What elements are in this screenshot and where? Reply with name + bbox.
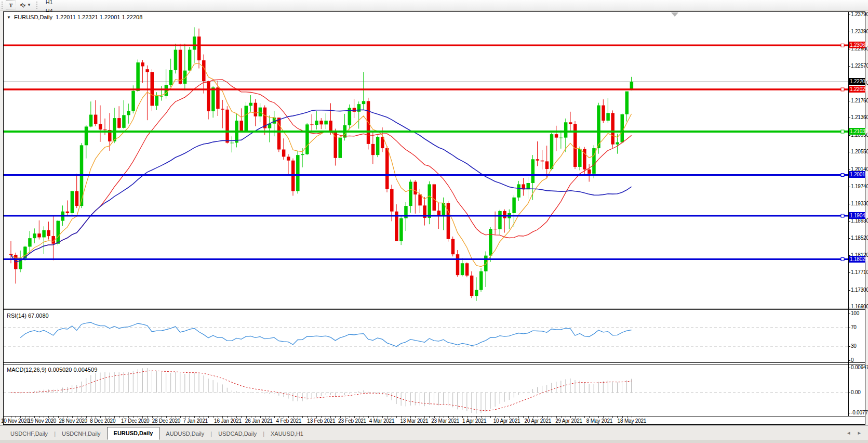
bar-tick: [429, 416, 430, 418]
price-tick-label: 1.17710: [851, 269, 868, 275]
tab-scroll-arrows[interactable]: ◂ ▸: [847, 429, 864, 440]
tab-xauusd[interactable]: XAUUSD,H1: [264, 428, 310, 440]
symbol-timeframe-label: EURUSD,Daily: [14, 14, 52, 20]
candle-body: [545, 161, 549, 169]
candle-body: [536, 159, 540, 160]
tab-usdcnh[interactable]: USDCNH,Daily: [56, 428, 107, 440]
tab-audusd[interactable]: AUDUSD,Daily: [159, 428, 210, 440]
main-chart-canvas[interactable]: [4, 12, 848, 308]
timeframe-h1[interactable]: H1: [41, 0, 58, 6]
candle-body: [451, 239, 455, 254]
price-tick-mark: [848, 101, 850, 101]
candle-body: [99, 124, 102, 130]
toolbar: T ⇄ ▼ M1M5M15M30H1H4D1W1MN: [0, 0, 868, 10]
pane-separator[interactable]: [3, 308, 865, 308]
level-price-label: 1.21032: [849, 128, 865, 135]
candle-body: [489, 229, 492, 255]
level-handle[interactable]: [841, 44, 844, 47]
candle-body: [193, 36, 196, 49]
symbol-dropdown-icon[interactable]: ▼: [7, 15, 11, 20]
level-handle[interactable]: [841, 130, 844, 133]
date-label: 29 Apr 2021: [555, 418, 582, 424]
candle-body: [399, 218, 403, 241]
candle-body: [42, 230, 46, 238]
macd-indicator-label: MACD(12,26,9) 0.005020 0.004509: [7, 367, 97, 373]
toolbar-grip[interactable]: [2, 2, 3, 9]
candle-body: [301, 154, 304, 155]
candle-body: [413, 182, 417, 194]
candle-body: [122, 115, 126, 127]
date-label: 8 May 2021: [586, 418, 612, 424]
tab-usdcad[interactable]: USDCAD,Daily: [212, 428, 263, 440]
candle-body: [188, 50, 192, 71]
chart-title: ▼ EURUSD,Daily 1.22011 1.22321 1.22001 1…: [7, 14, 142, 20]
date-label: 26 Jan 2021: [245, 418, 273, 424]
price-tick-mark: [848, 204, 850, 204]
price-tick-mark: [848, 290, 850, 291]
candle-body: [339, 138, 342, 158]
cycle-arrows-button[interactable]: ⇄ ▼: [17, 1, 34, 9]
macd-canvas[interactable]: [4, 364, 848, 415]
tab-usdchf[interactable]: USDCHF,Daily: [4, 428, 54, 440]
candle-body: [85, 126, 88, 145]
candle-body: [183, 71, 187, 84]
date-label: 4 Mar 2021: [369, 418, 395, 424]
price-tick-mark: [848, 170, 850, 170]
candle-body: [37, 233, 41, 237]
candle-body: [174, 50, 178, 70]
candle-body: [145, 69, 149, 72]
price-tick-label: 1.18520: [851, 235, 868, 241]
diagonal-arrows-icon: ⇄: [19, 1, 28, 9]
rsi-tick-label: 100: [851, 310, 859, 316]
bar-tick: [58, 416, 59, 418]
candle-body: [131, 91, 135, 111]
level-price-label: 1.20010: [849, 171, 865, 178]
candle-body: [569, 122, 572, 124]
candle-body: [75, 191, 79, 206]
rsi-tick-mark: [848, 314, 850, 314]
candle-body: [94, 115, 98, 124]
level-handle[interactable]: [841, 258, 844, 261]
rsi-tick-label: 30: [851, 343, 857, 349]
candle-body: [33, 233, 36, 238]
toolbar-grip-2[interactable]: [36, 2, 38, 9]
macd-tick-mark: [848, 393, 850, 393]
bar-tick: [368, 416, 369, 418]
rsi-tick-label: 0: [851, 357, 853, 363]
candle-body: [479, 271, 483, 290]
rsi-tick-label: 70: [851, 324, 857, 330]
candle-body: [550, 134, 554, 169]
level-handle[interactable]: [841, 173, 844, 176]
date-label: 28 Dec 2020: [152, 418, 181, 424]
macd-tick-mark: [848, 413, 850, 413]
candle-body: [555, 134, 558, 138]
medium-ma-line[interactable]: [11, 80, 632, 262]
candle-body: [315, 121, 318, 125]
price-tick-mark: [848, 152, 850, 152]
price-tick-mark: [848, 238, 850, 239]
candle-body: [113, 118, 116, 141]
date-label: 17 Dec 2020: [121, 418, 150, 424]
date-label: 13 Feb 2021: [307, 418, 335, 424]
candle-body: [319, 121, 323, 124]
candle-body: [409, 182, 412, 206]
text-tool-button[interactable]: T: [6, 1, 16, 9]
tab-eurusd[interactable]: EURUSD,Daily: [107, 427, 160, 440]
level-handle[interactable]: [841, 88, 844, 91]
bar-tick: [552, 416, 552, 418]
fast-ma-line[interactable]: [11, 63, 632, 267]
chart-tab-bar: USDCHF,Daily|USDCNH,DailyEURUSD,DailyAUD…: [0, 425, 868, 440]
date-label: 13 Mar 2021: [400, 418, 428, 424]
chart-shift-marker[interactable]: [671, 12, 678, 17]
pane-separator[interactable]: [3, 362, 865, 363]
level-handle[interactable]: [841, 214, 844, 217]
candle-body: [611, 113, 615, 144]
candle-body: [606, 113, 610, 121]
current-price-label: 1.22208: [849, 78, 865, 85]
pane-separator[interactable]: [3, 309, 865, 310]
candle-body: [197, 36, 201, 60]
candle-body: [249, 103, 253, 106]
rsi-canvas[interactable]: [4, 310, 848, 362]
chevron-down-icon: ▼: [27, 3, 31, 7]
price-tick-mark: [848, 135, 850, 136]
